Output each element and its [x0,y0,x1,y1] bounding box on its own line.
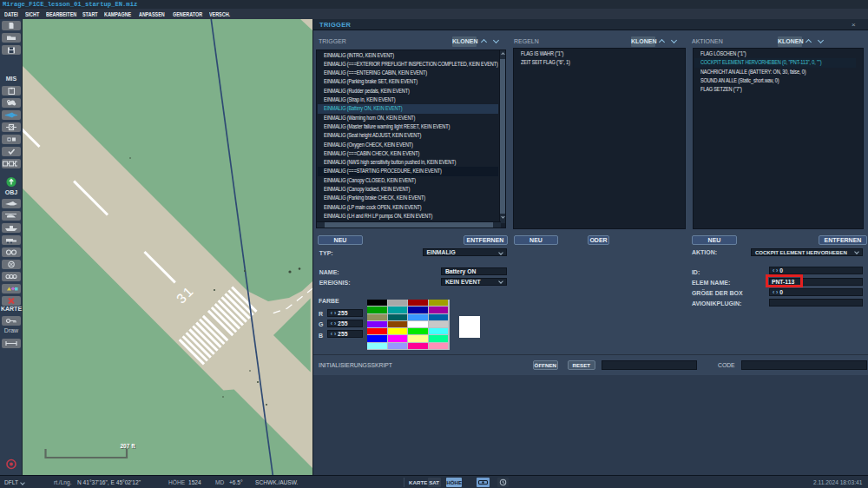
svg-text:207 ft: 207 ft [121,443,136,449]
